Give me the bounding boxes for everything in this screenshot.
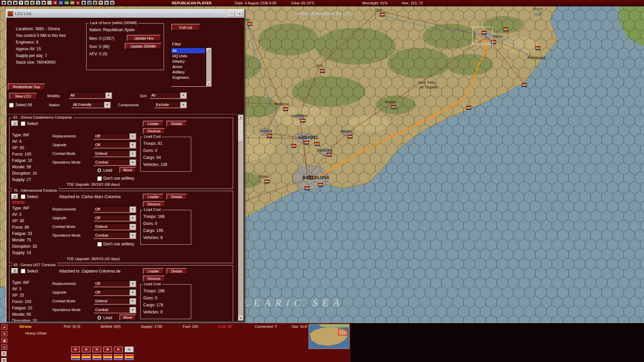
- select-all-checkbox[interactable]: [9, 103, 13, 107]
- chevron-down-icon[interactable]: ▼: [180, 93, 186, 98]
- unit-marker[interactable]: [522, 83, 527, 87]
- scroll-down-icon[interactable]: ▼: [238, 316, 244, 321]
- unit-marker[interactable]: [327, 153, 332, 157]
- combat-mode-dropdown[interactable]: Defend▼: [93, 298, 136, 305]
- replacements-dropdown[interactable]: Off▼: [93, 133, 136, 140]
- filter-option[interactable]: HQ Units: [171, 53, 205, 59]
- function-button-f[interactable]: F: [1, 351, 7, 356]
- details-button[interactable]: Details: [166, 194, 187, 200]
- dont-use-artillery-checkbox[interactable]: [97, 176, 102, 181]
- unit-marker[interactable]: [291, 144, 296, 148]
- operations-mode-dropdown[interactable]: Combat▼: [93, 232, 136, 239]
- chevron-down-icon[interactable]: ▼: [129, 160, 136, 165]
- toolbar-icon[interactable]: ▥: [30, 0, 35, 5]
- bottom-toolbar-icon[interactable]: ◳: [1, 345, 7, 350]
- chevron-down-icon[interactable]: ▼: [129, 224, 136, 230]
- move-button[interactable]: Move: [119, 167, 136, 173]
- toolbar-icon[interactable]: 5: [53, 0, 58, 5]
- new-lcu-button[interactable]: New LCU: [9, 93, 37, 100]
- unit-select-checkbox[interactable]: [21, 121, 25, 126]
- unit-counter-icon[interactable]: ✉: [82, 347, 91, 352]
- leader-button[interactable]: Leader: [143, 194, 164, 200]
- full-list-button[interactable]: Full List: [171, 24, 200, 31]
- minimap[interactable]: [309, 324, 350, 349]
- unit-list-scrollbar[interactable]: ▲ ▼: [238, 115, 244, 321]
- unit-marker[interactable]: [466, 106, 471, 110]
- toolbar-icon[interactable]: OP: [70, 0, 75, 5]
- unit-flag-icon[interactable]: [103, 354, 112, 360]
- unit-marker[interactable]: [315, 142, 320, 146]
- toolbar-icon[interactable]: ⚑: [18, 0, 23, 5]
- details-button[interactable]: Details: [166, 268, 187, 274]
- components-dropdown[interactable]: Exclude▼: [154, 101, 187, 108]
- window-titlebar[interactable]: LCU List □ ✕: [6, 10, 244, 18]
- toolbar-icon[interactable]: ◫: [36, 0, 41, 5]
- mobility-dropdown[interactable]: All▼: [68, 92, 112, 99]
- unit-select-checkbox[interactable]: [21, 269, 25, 273]
- unit-marker[interactable]: [535, 46, 540, 50]
- toolbar-icon[interactable]: ◨: [87, 0, 92, 5]
- unit-marker[interactable]: [318, 183, 323, 187]
- toolbar-icon[interactable]: ▦: [7, 0, 12, 5]
- toolbar-icon[interactable]: ⚑: [98, 0, 103, 5]
- chevron-down-icon[interactable]: ▼: [129, 290, 136, 295]
- toolbar-icon[interactable]: ▨: [93, 0, 98, 5]
- toolbar-icon[interactable]: CB: [64, 0, 69, 5]
- unit-counter-icon[interactable]: m: [125, 347, 133, 352]
- toolbar-icon[interactable]: ▧: [110, 0, 115, 5]
- unit-marker[interactable]: [267, 134, 272, 138]
- bottom-toolbar-icon[interactable]: ⇅: [1, 331, 7, 336]
- sort-dropdown[interactable]: AV▼: [149, 92, 187, 99]
- lead-radio[interactable]: [97, 316, 101, 320]
- upgrade-dropdown[interactable]: Off▼: [93, 215, 136, 222]
- unit-flag-icon[interactable]: [114, 354, 123, 360]
- unit-flag-icon[interactable]: [125, 354, 133, 360]
- toolbar-icon[interactable]: ▤: [24, 0, 29, 5]
- filter-option[interactable]: Artillery: [171, 69, 205, 75]
- filter-option[interactable]: Armor: [171, 64, 205, 69]
- devices-button[interactable]: Devices: [143, 128, 165, 134]
- leader-button[interactable]: Leader: [143, 121, 164, 127]
- unit-marker[interactable]: [320, 69, 325, 73]
- unit-marker[interactable]: [301, 119, 306, 122]
- unit-marker[interactable]: [283, 107, 288, 111]
- unit-flag-icon[interactable]: [82, 354, 91, 360]
- unit-marker[interactable]: [247, 22, 252, 26]
- toolbar-icon[interactable]: X: [75, 0, 80, 5]
- function-button-h[interactable]: H: [1, 358, 7, 362]
- scrollbar-thumb[interactable]: [238, 120, 244, 142]
- replacements-dropdown[interactable]: Off▼: [93, 206, 136, 213]
- combat-mode-dropdown[interactable]: Defend▼: [93, 150, 136, 157]
- chevron-down-icon[interactable]: ▼: [129, 281, 136, 287]
- upgrade-dropdown[interactable]: Off▼: [93, 141, 136, 148]
- unit-counter-icon[interactable]: ✉: [103, 347, 112, 352]
- chevron-down-icon[interactable]: ▼: [129, 307, 136, 313]
- unit-index-button[interactable]: 2: [11, 194, 18, 199]
- toolbar-icon[interactable]: ▩: [81, 0, 86, 5]
- replacements-dropdown[interactable]: Off▼: [93, 280, 136, 287]
- unit-select-checkbox[interactable]: [21, 194, 25, 199]
- restore-button[interactable]: □: [228, 11, 235, 17]
- unit-index-button[interactable]: 3: [11, 268, 18, 274]
- chevron-down-icon[interactable]: ▼: [129, 215, 136, 221]
- chevron-down-icon[interactable]: ▼: [129, 142, 136, 148]
- chevron-down-icon[interactable]: ▼: [129, 151, 136, 157]
- move-button[interactable]: Move: [119, 314, 136, 320]
- chevron-down-icon[interactable]: ▼: [129, 298, 136, 304]
- dont-use-artillery-checkbox[interactable]: [97, 242, 102, 246]
- unit-marker[interactable]: [391, 105, 396, 109]
- unit-flag-icon[interactable]: [71, 354, 80, 360]
- nation-dropdown[interactable]: All Friendly▼: [71, 101, 111, 108]
- unit-counter-icon[interactable]: ✉: [114, 347, 123, 352]
- toolbar-icon[interactable]: S: [58, 0, 63, 5]
- close-button[interactable]: ✕: [236, 11, 243, 17]
- filter-scrollbar[interactable]: ▲ ▼: [206, 48, 211, 86]
- scroll-up-icon[interactable]: ▲: [206, 48, 211, 52]
- filter-option[interactable]: All: [171, 48, 205, 53]
- toolbar-icon[interactable]: □: [47, 0, 52, 5]
- devices-button[interactable]: Devices: [143, 276, 165, 282]
- unit-marker[interactable]: [503, 27, 508, 31]
- toolbar-icon[interactable]: ▦: [1, 0, 6, 5]
- unit-marker[interactable]: [304, 141, 309, 144]
- devices-button[interactable]: Devices: [143, 201, 165, 207]
